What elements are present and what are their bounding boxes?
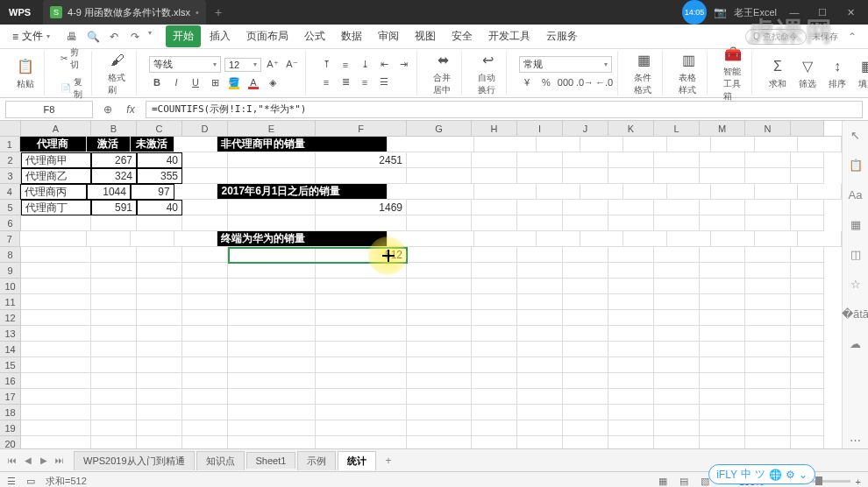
smart-toolbox-button[interactable]: 🧰智能工具箱: [720, 43, 746, 104]
file-menu[interactable]: ≡ 文件 ▾: [7, 27, 55, 46]
increase-font-icon[interactable]: A⁺: [265, 57, 281, 73]
filter-button[interactable]: ▽筛选: [794, 55, 821, 92]
cell[interactable]: [563, 294, 608, 310]
side-object-icon[interactable]: ◫: [847, 245, 864, 263]
qat-redo-icon[interactable]: ↷: [127, 29, 143, 45]
cell[interactable]: [700, 420, 745, 436]
cell[interactable]: [700, 310, 745, 326]
cell[interactable]: [182, 310, 228, 326]
wrap-text-button[interactable]: ↩自动换行: [474, 49, 501, 98]
cell[interactable]: [472, 200, 517, 215]
cell[interactable]: [131, 231, 174, 247]
cell[interactable]: [517, 326, 563, 342]
add-sheet-button[interactable]: +: [378, 452, 398, 469]
cell[interactable]: [654, 215, 700, 231]
cell[interactable]: [798, 184, 842, 200]
italic-button[interactable]: I: [168, 74, 184, 90]
indent-inc-icon[interactable]: ⇥: [395, 57, 411, 73]
cell[interactable]: [745, 215, 791, 231]
row-header[interactable]: 11: [0, 294, 21, 310]
cell[interactable]: [407, 294, 472, 310]
cell[interactable]: [472, 279, 517, 294]
tab-first-icon[interactable]: ⏮: [5, 454, 19, 468]
cell[interactable]: [517, 200, 563, 215]
status-mode-icon[interactable]: ☰: [7, 476, 16, 487]
cell[interactable]: [407, 215, 472, 231]
cell[interactable]: [474, 231, 537, 247]
cell[interactable]: [407, 436, 472, 448]
cell[interactable]: [623, 137, 667, 152]
fill-color-button[interactable]: 🪣: [226, 74, 242, 90]
row-header[interactable]: 16: [0, 373, 21, 389]
cell[interactable]: [608, 168, 654, 184]
cell[interactable]: [667, 231, 711, 247]
cell[interactable]: [654, 168, 700, 184]
align-left-icon[interactable]: ≡: [318, 74, 334, 90]
tab-next-icon[interactable]: ▶: [37, 454, 51, 468]
cell[interactable]: [745, 200, 791, 215]
cell[interactable]: [745, 373, 791, 389]
cell[interactable]: [745, 405, 791, 420]
cell[interactable]: [745, 342, 791, 357]
cell[interactable]: [407, 263, 472, 279]
col-header[interactable]: [791, 121, 824, 136]
cell[interactable]: [228, 436, 316, 448]
cell[interactable]: [137, 247, 182, 263]
cell[interactable]: 未激活: [131, 137, 174, 152]
cell[interactable]: [700, 342, 745, 357]
cell[interactable]: [91, 215, 137, 231]
cell[interactable]: [517, 168, 563, 184]
cell[interactable]: [608, 279, 654, 294]
cell[interactable]: [91, 373, 137, 389]
cell[interactable]: [654, 373, 700, 389]
menu-view[interactable]: 视图: [408, 25, 443, 47]
cell[interactable]: [745, 294, 791, 310]
cell[interactable]: [182, 215, 228, 231]
cell[interactable]: [791, 200, 824, 215]
cell[interactable]: [563, 373, 608, 389]
font-dropdown[interactable]: 等线▾: [149, 56, 221, 73]
row-header[interactable]: 1: [0, 137, 20, 152]
cell[interactable]: [182, 294, 228, 310]
cell[interactable]: [87, 231, 131, 247]
row-header[interactable]: 15: [0, 357, 21, 373]
goto-icon[interactable]: ⊕: [100, 102, 116, 117]
font-color-button[interactable]: A: [245, 74, 261, 90]
cell[interactable]: [654, 357, 700, 373]
copy-button[interactable]: 📄 复制: [57, 74, 86, 102]
cell[interactable]: [137, 215, 182, 231]
cell[interactable]: [580, 184, 624, 200]
cell[interactable]: [316, 436, 407, 448]
cell[interactable]: [21, 436, 91, 448]
name-box[interactable]: F8: [5, 101, 93, 118]
cell[interactable]: [608, 263, 654, 279]
cell[interactable]: [563, 215, 608, 231]
cell[interactable]: [407, 200, 472, 215]
cell[interactable]: [517, 247, 563, 263]
spreadsheet-grid[interactable]: A B C D E F G H I J K L M N 1代理商激活未激活非代理…: [0, 121, 842, 448]
clock-badge[interactable]: 14:05: [682, 0, 707, 25]
cell[interactable]: [711, 184, 755, 200]
cell[interactable]: [700, 357, 745, 373]
cell[interactable]: [182, 373, 228, 389]
menu-cloud[interactable]: 云服务: [539, 25, 585, 47]
cell[interactable]: [700, 389, 745, 405]
cell[interactable]: 1044: [87, 184, 131, 200]
cell[interactable]: [182, 389, 228, 405]
cell[interactable]: [517, 436, 563, 448]
cell[interactable]: [791, 405, 824, 420]
menu-start[interactable]: 开始: [166, 25, 201, 47]
cell[interactable]: [21, 263, 91, 279]
cell[interactable]: [472, 152, 517, 168]
cell[interactable]: [700, 326, 745, 342]
sheet-tab-active[interactable]: 统计: [338, 451, 376, 470]
col-header[interactable]: C: [137, 121, 182, 136]
zoom-in-button[interactable]: +: [856, 476, 861, 487]
cell[interactable]: [472, 263, 517, 279]
cell[interactable]: [517, 405, 563, 420]
row-header[interactable]: 18: [0, 405, 21, 420]
cell[interactable]: [91, 326, 137, 342]
row-header[interactable]: 2: [0, 152, 21, 168]
align-middle-icon[interactable]: ≡: [338, 57, 353, 73]
command-search[interactable]: Q 查找命令: [745, 29, 807, 45]
